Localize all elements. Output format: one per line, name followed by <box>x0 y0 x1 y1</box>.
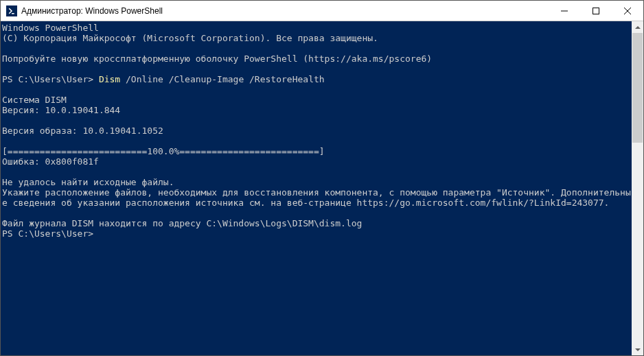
scroll-thumb[interactable] <box>632 33 643 143</box>
progress-line: [==========================100.0%=======… <box>2 146 325 156</box>
prompt-ps: PS <box>2 74 18 84</box>
scroll-up-button[interactable] <box>632 21 643 33</box>
minimize-button[interactable] <box>549 1 580 21</box>
scroll-down-button[interactable] <box>632 344 643 355</box>
close-button[interactable] <box>612 1 643 21</box>
powershell-icon <box>6 5 17 16</box>
line: Укажите расположение файлов, необходимых… <box>2 187 631 208</box>
error-line: Ошибка: 0x800f081f <box>2 156 99 167</box>
line: Не удалось найти исходные файлы. <box>2 177 174 187</box>
prompt-path: C:\Users\User> <box>18 228 93 239</box>
powershell-window: Администратор: Windows PowerShell Window… <box>0 0 644 356</box>
line: Попробуйте новую кроссплатформенную обол… <box>2 54 432 64</box>
command-name: Dism <box>99 74 126 84</box>
svg-rect-2 <box>593 8 599 14</box>
terminal-output[interactable]: Windows PowerShell (C) Корпорация Майкро… <box>1 21 632 355</box>
command-args: /Online /Cleanup-Image /RestoreHealth <box>126 74 325 84</box>
vertical-scrollbar[interactable] <box>632 21 643 355</box>
line: Версия образа: 10.0.19041.1052 <box>2 126 163 136</box>
line: Cистема DISM <box>2 95 67 105</box>
titlebar[interactable]: Администратор: Windows PowerShell <box>1 1 643 21</box>
line: (C) Корпорация Майкрософт (Microsoft Cor… <box>2 33 378 43</box>
line: Windows PowerShell <box>2 23 99 33</box>
maximize-button[interactable] <box>580 1 612 21</box>
line: Файл журнала DISM находится по адресу C:… <box>2 218 362 228</box>
client-area: Windows PowerShell (C) Корпорация Майкро… <box>1 21 643 355</box>
window-title: Администратор: Windows PowerShell <box>21 6 163 16</box>
line: Версия: 10.0.19041.844 <box>2 105 120 115</box>
prompt-ps: PS <box>2 228 18 239</box>
prompt-path: C:\Users\User> <box>18 74 98 84</box>
